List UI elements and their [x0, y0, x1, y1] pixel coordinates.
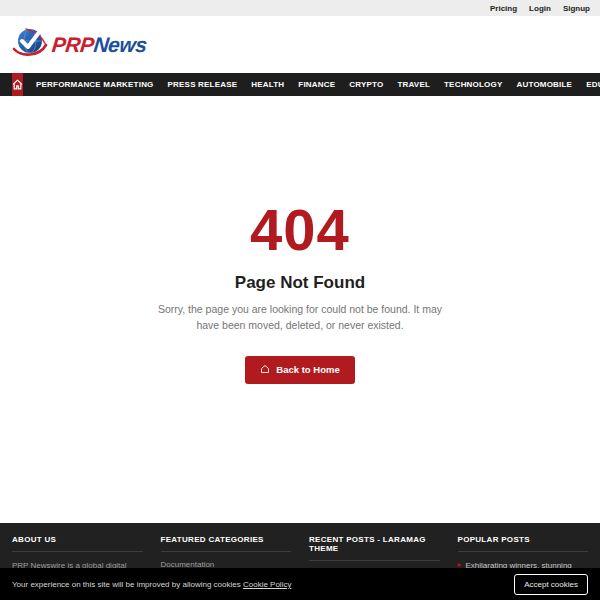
cookie-banner: Your experience on this site will be imp… — [0, 568, 600, 600]
nav-links: PERFORMANCE MARKETINGPRESS RELEASEHEALTH… — [29, 73, 600, 96]
main-nav: PERFORMANCE MARKETINGPRESS RELEASEHEALTH… — [0, 73, 600, 96]
error-title: Page Not Found — [0, 273, 600, 293]
footer-categories-heading: FEATURED CATEGORIES — [161, 535, 292, 552]
site-header: PRPNews — [0, 16, 600, 73]
nav-link[interactable]: FINANCE — [291, 73, 342, 96]
topbar: PricingLoginSignup — [0, 0, 600, 16]
home-nav-button[interactable] — [12, 73, 23, 96]
logo-text: PRPNews — [51, 33, 148, 57]
cookie-policy-link[interactable]: Cookie Policy — [243, 580, 291, 589]
nav-link[interactable]: PRESS RELEASE — [161, 73, 245, 96]
footer-popular-heading: POPULAR POSTS — [458, 535, 589, 552]
nav-link[interactable]: TRAVEL — [390, 73, 437, 96]
home-icon — [12, 76, 23, 94]
logo-part-news: News — [93, 33, 148, 56]
prp-news-logo[interactable]: PRPNews — [12, 25, 147, 65]
nav-link[interactable]: EDUCATION — [579, 73, 600, 96]
logo-part-prp: PRP — [51, 33, 95, 56]
back-to-home-label: Back to Home — [276, 364, 339, 375]
topbar-link[interactable]: Signup — [563, 4, 590, 13]
nav-link[interactable]: PERFORMANCE MARKETING — [29, 73, 161, 96]
home-outline-icon — [260, 364, 270, 376]
topbar-link[interactable]: Login — [529, 4, 551, 13]
error-message: Sorry, the page you are looking for coul… — [150, 302, 450, 334]
accept-cookies-button[interactable]: Accept cookies — [514, 574, 588, 595]
nav-link[interactable]: CRYPTO — [342, 73, 390, 96]
cookie-message: Your experience on this site will be imp… — [12, 580, 241, 589]
nav-link[interactable]: AUTOMOBILE — [509, 73, 579, 96]
error-page: 404 Page Not Found Sorry, the page you a… — [0, 96, 600, 523]
cookie-banner-text: Your experience on this site will be imp… — [12, 580, 291, 589]
globe-checkmark-icon — [12, 25, 48, 65]
footer-recent-heading: RECENT POSTS - LARAMAG THEME — [309, 535, 440, 561]
nav-link[interactable]: TECHNOLOGY — [437, 73, 509, 96]
footer-about-heading: ABOUT US — [12, 535, 143, 552]
error-code: 404 — [0, 201, 600, 259]
nav-link[interactable]: HEALTH — [244, 73, 291, 96]
back-to-home-button[interactable]: Back to Home — [245, 356, 354, 384]
topbar-link[interactable]: Pricing — [490, 4, 517, 13]
